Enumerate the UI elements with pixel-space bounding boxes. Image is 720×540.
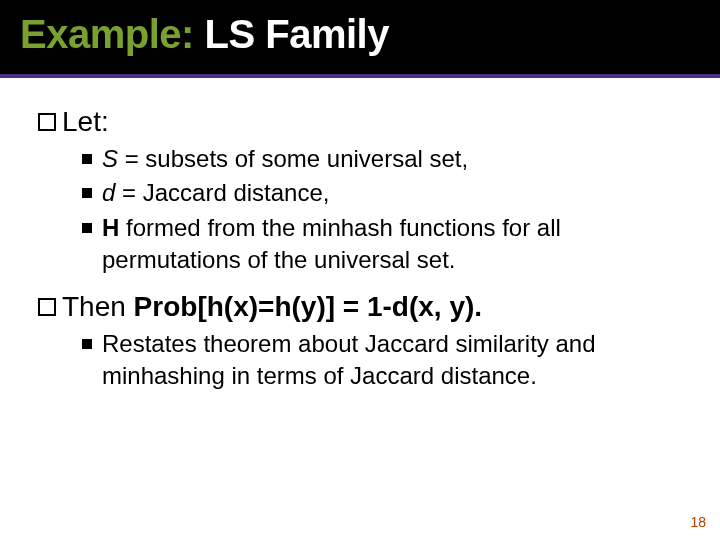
let-subitems: S = subsets of some universal set, d = J… — [82, 143, 682, 277]
list-item: S = subsets of some universal set, — [82, 143, 682, 175]
hollow-square-icon — [38, 298, 56, 316]
list-item-text: S = subsets of some universal set, — [102, 143, 682, 175]
list-item: Restates theorem about Jaccard similarit… — [82, 328, 682, 393]
list-item-text: Restates theorem about Jaccard similarit… — [102, 328, 682, 393]
then-subitems: Restates theorem about Jaccard similarit… — [82, 328, 682, 393]
filled-square-icon — [82, 223, 92, 233]
bullet-then-text: Then Prob[h(x)=h(y)] = 1-d(x, y). — [62, 289, 682, 324]
title-accent: Example: — [20, 12, 194, 56]
list-item-text: d = Jaccard distance, — [102, 177, 682, 209]
bullet-let-text: Let: — [62, 104, 682, 139]
filled-square-icon — [82, 188, 92, 198]
title-bar: Example: LS Family — [0, 0, 720, 78]
filled-square-icon — [82, 339, 92, 349]
page-number: 18 — [690, 514, 706, 530]
list-item: d = Jaccard distance, — [82, 177, 682, 209]
list-item: H formed from the minhash functions for … — [82, 212, 682, 277]
list-item-text: H formed from the minhash functions for … — [102, 212, 682, 277]
slide-title: Example: LS Family — [20, 12, 700, 57]
filled-square-icon — [82, 154, 92, 164]
bullet-then: Then Prob[h(x)=h(y)] = 1-d(x, y). — [38, 289, 682, 324]
slide-content: Let: S = subsets of some universal set, … — [0, 78, 720, 392]
bullet-let: Let: — [38, 104, 682, 139]
hollow-square-icon — [38, 113, 56, 131]
title-rest: LS Family — [194, 12, 389, 56]
